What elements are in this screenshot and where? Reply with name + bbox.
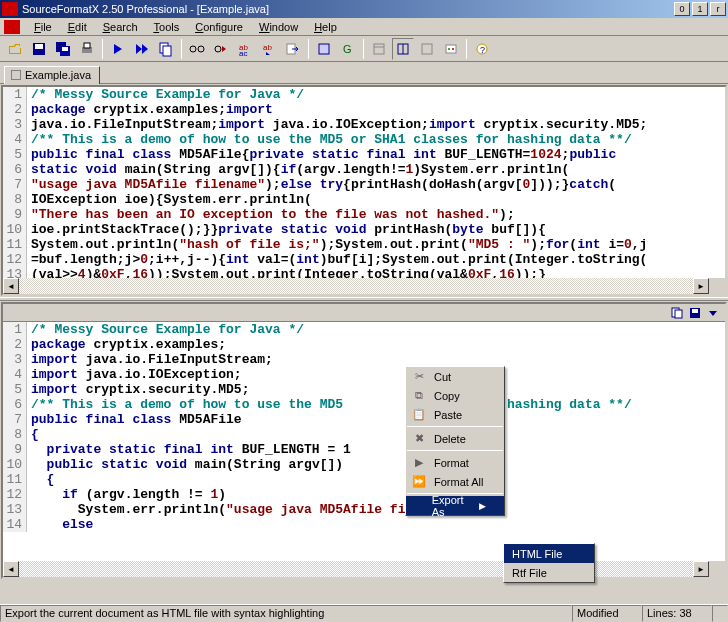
ctx-format[interactable]: ▶Format bbox=[406, 453, 504, 472]
code-line[interactable]: 8{ bbox=[3, 427, 725, 442]
code-line[interactable]: 11 { bbox=[3, 472, 725, 487]
svg-rect-18 bbox=[374, 44, 384, 54]
format-all-button[interactable] bbox=[131, 38, 153, 60]
code-line[interactable]: 10ioe.printStackTrace();}}private static… bbox=[3, 222, 725, 237]
save-all-button[interactable] bbox=[52, 38, 74, 60]
menu-search[interactable]: Search bbox=[95, 20, 146, 34]
ctx-copy[interactable]: ⧉Copy bbox=[406, 386, 504, 405]
code-line[interactable]: 4/** This is a demo of how to use the MD… bbox=[3, 132, 725, 147]
line-number: 2 bbox=[3, 102, 27, 117]
scroll-left-button[interactable]: ◄ bbox=[3, 561, 19, 577]
status-modified: Modified bbox=[572, 605, 642, 622]
menubar: FileEditSearchToolsConfigureWindowHelp bbox=[0, 18, 728, 36]
view-b-button[interactable] bbox=[392, 38, 414, 60]
code-line[interactable]: 4import java.io.IOException; bbox=[3, 367, 725, 382]
code-line[interactable]: 6static void main(String argv[]){if(argv… bbox=[3, 162, 725, 177]
pane-dropdown-icon[interactable] bbox=[705, 306, 721, 320]
code-line[interactable]: 1/* Messy Source Example for Java */ bbox=[3, 87, 725, 102]
line-number: 3 bbox=[3, 352, 27, 367]
print-button[interactable] bbox=[76, 38, 98, 60]
help-button[interactable]: ? bbox=[471, 38, 493, 60]
line-number: 14 bbox=[3, 517, 27, 532]
code-line[interactable]: 9"There has been an IO exception to the … bbox=[3, 207, 725, 222]
svg-point-25 bbox=[452, 48, 454, 50]
tab-example-java[interactable]: Example.java bbox=[4, 66, 100, 84]
find-in-files-button[interactable]: ab bbox=[258, 38, 280, 60]
menu-help[interactable]: Help bbox=[306, 20, 345, 34]
file-icon bbox=[11, 70, 21, 80]
submenu-arrow-icon: ▶ bbox=[479, 501, 486, 511]
code-line[interactable]: 13 System.err.println("usage java MD5Afi… bbox=[3, 502, 725, 517]
line-number: 12 bbox=[3, 252, 27, 267]
code-line[interactable]: 3import java.io.FileInputStream; bbox=[3, 352, 725, 367]
replace-button[interactable]: abac bbox=[234, 38, 256, 60]
line-number: 11 bbox=[3, 237, 27, 252]
menu-tools[interactable]: Tools bbox=[146, 20, 188, 34]
code-line[interactable]: 3java.io.FileInputStream;import java.io.… bbox=[3, 117, 725, 132]
binoculars-icon[interactable] bbox=[186, 38, 208, 60]
menu-file[interactable]: File bbox=[26, 20, 60, 34]
code-line[interactable]: 6/** This is a demo of how to use the MD… bbox=[3, 397, 725, 412]
scroll-left-button[interactable]: ◄ bbox=[3, 278, 19, 294]
scroll-right-button[interactable]: ► bbox=[693, 561, 709, 577]
options-button[interactable] bbox=[440, 38, 462, 60]
ctx-label: Format bbox=[434, 457, 469, 469]
menu-window[interactable]: Window bbox=[251, 20, 306, 34]
open-button[interactable] bbox=[4, 38, 26, 60]
status-text: Export the current document as HTML file… bbox=[0, 605, 572, 622]
code-line[interactable]: 8IOException ioe){System.err.println( bbox=[3, 192, 725, 207]
submenu-rtf-file[interactable]: Rtf File bbox=[504, 563, 594, 582]
find-next-button[interactable] bbox=[210, 38, 232, 60]
ctx-export-as[interactable]: Export As▶ bbox=[406, 496, 504, 515]
tool-b-button[interactable]: G bbox=[337, 38, 359, 60]
ctx-label: Export As bbox=[432, 494, 473, 518]
code-line[interactable]: 12 if (argv.length != 1) bbox=[3, 487, 725, 502]
statusbar: Export the current document as HTML file… bbox=[0, 604, 728, 622]
ctx-format-all[interactable]: ⏩Format All bbox=[406, 472, 504, 491]
tool-a-button[interactable] bbox=[313, 38, 335, 60]
code-line[interactable]: 14 else bbox=[3, 517, 725, 532]
playall-icon: ⏩ bbox=[410, 475, 428, 488]
line-number: 7 bbox=[3, 177, 27, 192]
copy-button[interactable] bbox=[155, 38, 177, 60]
pane-copy-button[interactable] bbox=[669, 306, 685, 320]
ctx-delete[interactable]: ✖Delete bbox=[406, 429, 504, 448]
menu-configure[interactable]: Configure bbox=[187, 20, 251, 34]
minimize-button[interactable]: 0 bbox=[674, 2, 690, 16]
view-c-button[interactable] bbox=[416, 38, 438, 60]
code-line[interactable]: 2package cryptix.examples; bbox=[3, 337, 725, 352]
pane-save-button[interactable] bbox=[687, 306, 703, 320]
code-line[interactable]: 9 private static final int BUF_LENGTH = … bbox=[3, 442, 725, 457]
svg-rect-31 bbox=[692, 309, 698, 313]
svg-point-11 bbox=[215, 46, 221, 52]
ctx-cut[interactable]: ✂Cut bbox=[406, 367, 504, 386]
code-line[interactable]: 5public final class MD5AFile{private sta… bbox=[3, 147, 725, 162]
code-line[interactable]: 12=buf.length;j>0;i++,j--){int val=(int)… bbox=[3, 252, 725, 267]
view-a-button[interactable] bbox=[368, 38, 390, 60]
menu-logo-icon bbox=[4, 20, 20, 34]
hscrollbar-bottom[interactable]: ◄ ► bbox=[3, 561, 709, 577]
close-button[interactable]: r bbox=[710, 2, 726, 16]
code-line[interactable]: 11System.out.println("hash of file is;")… bbox=[3, 237, 725, 252]
code-line[interactable]: 1/* Messy Source Example for Java */ bbox=[3, 322, 725, 337]
ctx-paste[interactable]: 📋Paste bbox=[406, 405, 504, 424]
scroll-right-button[interactable]: ► bbox=[693, 278, 709, 294]
splitter[interactable] bbox=[0, 297, 728, 301]
code-line[interactable]: 7public final class MD5AFile bbox=[3, 412, 725, 427]
code-line[interactable]: 2package cryptix.examples;import bbox=[3, 102, 725, 117]
code-pane-bottom[interactable]: 1/* Messy Source Example for Java */2pac… bbox=[1, 302, 727, 579]
line-number: 8 bbox=[3, 192, 27, 207]
code-pane-top[interactable]: 1/* Messy Source Example for Java */2pac… bbox=[1, 85, 727, 296]
maximize-button[interactable]: 1 bbox=[692, 2, 708, 16]
paste-icon: 📋 bbox=[410, 408, 428, 421]
code-line[interactable]: 5import cryptix.security.MD5; bbox=[3, 382, 725, 397]
submenu-html-file[interactable]: HTML File bbox=[504, 544, 594, 563]
code-line[interactable]: 7"usage java MD5Afile filename");else tr… bbox=[3, 177, 725, 192]
goto-button[interactable] bbox=[282, 38, 304, 60]
hscrollbar[interactable]: ◄ ► bbox=[3, 278, 709, 294]
ctx-label: Copy bbox=[434, 390, 460, 402]
save-button[interactable] bbox=[28, 38, 50, 60]
format-button[interactable] bbox=[107, 38, 129, 60]
menu-edit[interactable]: Edit bbox=[60, 20, 95, 34]
code-line[interactable]: 10 public static void main(String argv[]… bbox=[3, 457, 725, 472]
